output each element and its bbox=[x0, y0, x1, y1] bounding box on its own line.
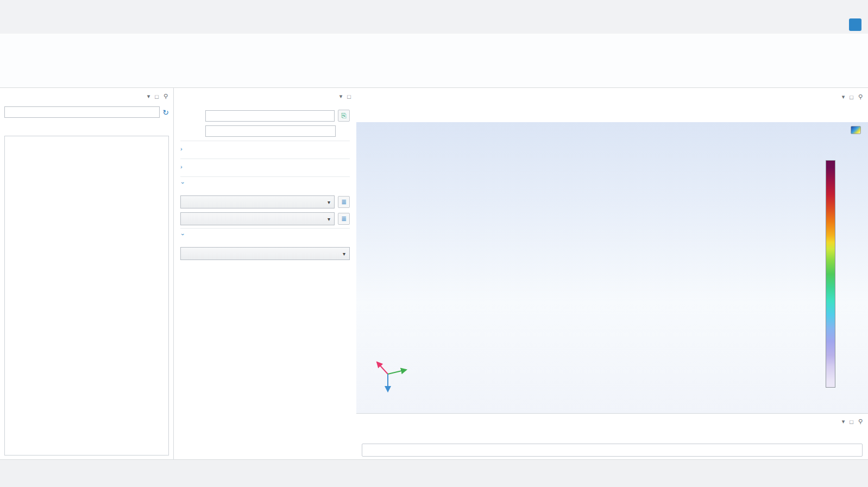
pin-panel-icon[interactable]: ⚲ bbox=[858, 418, 863, 425]
ribbon bbox=[0, 34, 868, 88]
messages-tabs bbox=[356, 414, 868, 430]
panel-menu-icon[interactable]: ▾ bbox=[842, 418, 845, 425]
pin-panel-icon[interactable]: ⚲ bbox=[163, 93, 168, 100]
solid-mechanics-select[interactable] bbox=[180, 195, 335, 208]
electrostatics-select[interactable] bbox=[180, 212, 335, 225]
chevron-down-icon: › bbox=[180, 233, 186, 239]
panel-menu-icon[interactable]: ▾ bbox=[339, 93, 343, 100]
graphics-toolbar bbox=[356, 106, 868, 122]
chevron-right-icon: › bbox=[180, 146, 186, 152]
messages-output[interactable] bbox=[362, 444, 863, 457]
titlebar bbox=[0, 0, 868, 16]
maximize-panel-icon[interactable]: □ bbox=[155, 93, 159, 100]
edit-label-icon: ⎘ bbox=[341, 112, 347, 119]
go-source-icon: ≣ bbox=[341, 215, 347, 223]
go-source-icon: ≣ bbox=[341, 198, 347, 206]
comsol-window: ▾ □ ⚲ ↻ ▾ □ ⎘ bbox=[0, 0, 868, 487]
section-equation[interactable]: › bbox=[180, 159, 350, 174]
rename-button[interactable]: ⎘ bbox=[338, 110, 350, 122]
refresh-icon[interactable]: ↻ bbox=[162, 108, 169, 117]
model-builder-toolbar bbox=[0, 101, 173, 106]
maximize-panel-icon[interactable]: □ bbox=[347, 93, 351, 100]
model-builder-panel: ▾ □ ⚲ ↻ bbox=[0, 88, 174, 460]
maximize-panel-icon[interactable]: □ bbox=[850, 94, 853, 100]
tree-filter-input[interactable] bbox=[4, 106, 160, 118]
messages-panel: ▾ □ ⚲ bbox=[356, 413, 868, 460]
go-to-source-button[interactable]: ≣ bbox=[338, 196, 350, 208]
stress-tensor-select[interactable] bbox=[180, 247, 350, 260]
section-coupled-interfaces[interactable]: › bbox=[180, 176, 350, 192]
plot-thumbnail-icon[interactable] bbox=[851, 126, 861, 134]
help-button[interactable] bbox=[849, 18, 861, 31]
label-field[interactable] bbox=[205, 110, 335, 122]
panel-menu-icon[interactable]: ▾ bbox=[842, 93, 845, 100]
accelerometer-3d-model bbox=[356, 132, 810, 412]
messages-toolbar bbox=[356, 430, 868, 443]
chevron-down-icon: › bbox=[180, 182, 186, 187]
panel-menu-icon[interactable]: ▾ bbox=[147, 93, 150, 100]
axis-triad bbox=[365, 350, 417, 397]
pin-panel-icon[interactable]: ⚲ bbox=[858, 93, 863, 100]
colorbar bbox=[826, 160, 835, 388]
name-field[interactable] bbox=[205, 125, 336, 137]
menubar bbox=[0, 16, 868, 34]
graphics-region: ▾ □ ⚲ bbox=[356, 88, 868, 460]
graphics-tabs: ▾ □ ⚲ bbox=[356, 88, 868, 106]
section-electromagnetic-stress[interactable]: › bbox=[180, 228, 350, 243]
model-tree bbox=[4, 136, 169, 456]
statusbar bbox=[0, 459, 868, 487]
maximize-panel-icon[interactable]: □ bbox=[850, 419, 853, 425]
section-domain-selection[interactable]: › bbox=[180, 141, 350, 156]
settings-panel: ▾ □ ⎘ › › › bbox=[174, 88, 357, 460]
stress-tensor-equation bbox=[180, 262, 350, 269]
go-to-source-button[interactable]: ≣ bbox=[338, 213, 350, 225]
graphics-canvas[interactable] bbox=[356, 122, 868, 413]
chevron-right-icon: › bbox=[180, 163, 186, 170]
